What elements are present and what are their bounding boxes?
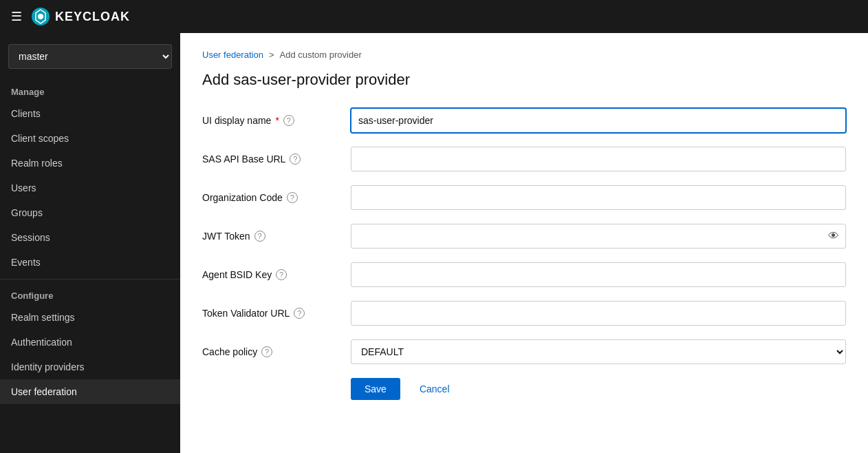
- sidebar-item-realm-roles[interactable]: Realm roles: [0, 151, 180, 176]
- manage-section-label: Manage: [0, 80, 180, 101]
- org-code-input[interactable]: [351, 185, 846, 210]
- page-title: Add sas-user-provider provider: [202, 71, 846, 89]
- svg-point-2: [38, 14, 43, 19]
- org-code-label: Organization Code ?: [202, 192, 340, 203]
- token-validator-label: Token Validator URL ?: [202, 308, 340, 319]
- agent-bsid-row: Agent BSID Key ?: [202, 262, 846, 287]
- breadcrumb-separator: >: [269, 50, 274, 60]
- jwt-token-help-icon[interactable]: ?: [254, 231, 265, 242]
- jwt-token-wrapper: 👁: [351, 224, 846, 249]
- keycloak-logo-icon: [30, 6, 51, 27]
- hamburger-icon[interactable]: ☰: [11, 9, 22, 24]
- ui-display-name-help-icon[interactable]: ?: [283, 115, 294, 126]
- sidebar: master Manage Clients Client scopes Real…: [0, 33, 180, 453]
- ui-display-name-input[interactable]: [351, 108, 846, 133]
- topbar: ☰ KEYCLOAK: [0, 0, 868, 33]
- realm-selector-wrapper[interactable]: master: [8, 44, 172, 69]
- jwt-token-input[interactable]: [351, 224, 846, 249]
- sidebar-item-client-scopes[interactable]: Client scopes: [0, 126, 180, 151]
- required-indicator: *: [275, 115, 279, 126]
- sas-api-url-help-icon[interactable]: ?: [290, 154, 301, 165]
- token-validator-help-icon[interactable]: ?: [294, 308, 305, 319]
- breadcrumb-current: Add custom provider: [279, 50, 361, 60]
- sidebar-item-authentication[interactable]: Authentication: [0, 330, 180, 355]
- jwt-token-label: JWT Token ?: [202, 231, 340, 242]
- sidebar-item-groups[interactable]: Groups: [0, 200, 180, 225]
- app-logo: KEYCLOAK: [30, 6, 130, 27]
- main-content: User federation > Add custom provider Ad…: [180, 33, 868, 453]
- ui-display-name-row: UI display name * ?: [202, 108, 846, 133]
- cache-policy-row: Cache policy ? DEFAULT EVICT_DAILY EVICT…: [202, 339, 846, 364]
- sas-api-url-input[interactable]: [351, 147, 846, 171]
- jwt-token-eye-icon[interactable]: 👁: [828, 230, 839, 242]
- sidebar-item-sessions[interactable]: Sessions: [0, 225, 180, 250]
- org-code-help-icon[interactable]: ?: [287, 192, 298, 203]
- sidebar-item-clients[interactable]: Clients: [0, 101, 180, 126]
- agent-bsid-label: Agent BSID Key ?: [202, 269, 340, 280]
- form-actions: Save Cancel: [351, 378, 846, 400]
- sas-api-url-row: SAS API Base URL ?: [202, 147, 846, 171]
- realm-selector[interactable]: master: [8, 44, 172, 69]
- agent-bsid-help-icon[interactable]: ?: [276, 269, 287, 280]
- main-layout: master Manage Clients Client scopes Real…: [0, 33, 868, 453]
- token-validator-row: Token Validator URL ?: [202, 301, 846, 326]
- sidebar-item-identity-providers[interactable]: Identity providers: [0, 355, 180, 379]
- save-button[interactable]: Save: [351, 378, 400, 400]
- sidebar-item-realm-settings[interactable]: Realm settings: [0, 305, 180, 330]
- sidebar-item-user-federation[interactable]: User federation: [0, 379, 180, 404]
- ui-display-name-label: UI display name * ?: [202, 115, 340, 126]
- jwt-token-row: JWT Token ? 👁: [202, 224, 846, 249]
- token-validator-input[interactable]: [351, 301, 846, 326]
- breadcrumb: User federation > Add custom provider: [202, 50, 846, 60]
- cancel-button[interactable]: Cancel: [409, 378, 461, 400]
- sidebar-item-events[interactable]: Events: [0, 250, 180, 275]
- org-code-row: Organization Code ?: [202, 185, 846, 210]
- configure-section-label: Configure: [0, 284, 180, 305]
- sidebar-item-users[interactable]: Users: [0, 176, 180, 200]
- sas-api-url-label: SAS API Base URL ?: [202, 154, 340, 165]
- sidebar-divider: [0, 279, 180, 280]
- provider-form: UI display name * ? SAS API Base URL ? O…: [202, 108, 846, 400]
- breadcrumb-link[interactable]: User federation: [202, 50, 263, 60]
- cache-policy-label: Cache policy ?: [202, 346, 340, 357]
- cache-policy-help-icon[interactable]: ?: [261, 346, 272, 357]
- cache-policy-select[interactable]: DEFAULT EVICT_DAILY EVICT_WEEKLY MAX_LIF…: [351, 339, 846, 364]
- app-name: KEYCLOAK: [55, 10, 130, 24]
- agent-bsid-input[interactable]: [351, 262, 846, 287]
